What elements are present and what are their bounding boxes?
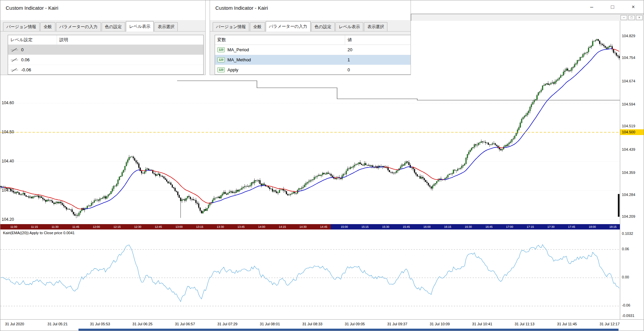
ma-line-up — [377, 167, 384, 167]
time-label-18: 15:30 — [382, 225, 389, 228]
time-label-28: 18:00 — [589, 225, 596, 228]
time-label-11: 13:45 — [237, 225, 245, 228]
bottom-time-label-5: 31 Jul 07:29 — [217, 322, 237, 326]
bottom-time-axis[interactable]: 31 Jul 202031 Jul 05:2131 Jul 05:5331 Ju… — [0, 319, 644, 329]
bottom-time-label-9: 31 Jul 09:37 — [387, 322, 407, 326]
left-price-label-4: 104.20 — [2, 217, 14, 222]
bottom-time-label-1: 31 Jul 05:21 — [48, 322, 68, 326]
dialog-right-tab-1[interactable]: 全般 — [250, 22, 265, 31]
price-axis-label-2: 104.674 — [622, 79, 635, 83]
ma-line-up — [146, 170, 152, 171]
dialog-left-tab-0[interactable]: バージョン情報 — [3, 22, 40, 31]
integer-parameter-icon: 123 — [217, 47, 225, 52]
bottom-time-label-7: 31 Jul 08:33 — [302, 322, 322, 326]
dialog-right-tab-5[interactable]: 表示選択 — [364, 22, 387, 31]
indicator-axis-label-4: -0.0931 — [622, 314, 634, 318]
level-table: レベル設定 説明 00.06-0.06 — [8, 35, 204, 75]
ma-line-down — [151, 170, 211, 203]
kairi-chart-canvas[interactable] — [0, 229, 620, 319]
indicator-axis-label-0: 0.1032 — [622, 231, 633, 236]
level-line-icon — [10, 48, 18, 52]
dialog-left-tab-1[interactable]: 全般 — [40, 22, 55, 31]
time-label-0: 11:00 — [10, 225, 17, 228]
restore-button[interactable]: □ — [602, 0, 623, 14]
level-row-2[interactable]: -0.06 — [8, 65, 203, 75]
time-label-13: 14:15 — [279, 225, 286, 228]
dialog-tab-bar: バージョン情報全般パラメーターの入力色の設定レベル表示表示選択 — [210, 20, 411, 31]
bottom-time-label-8: 31 Jul 09:05 — [345, 322, 365, 326]
dialog-title: Custom Indicator - Kairi — [0, 0, 205, 20]
indicator-axis-label-2: 0.00 — [622, 275, 629, 279]
dialog-right-tab-2[interactable]: パラメーターの入力 — [266, 21, 311, 31]
time-label-12: 14:00 — [258, 225, 265, 228]
bottom-time-label-12: 31 Jul 11:13 — [515, 322, 534, 326]
bottom-time-label-14: 31 Jul 12:17 — [599, 322, 620, 326]
parameter-name: MA_Period — [227, 47, 249, 52]
integer-parameter-icon: 123 — [217, 57, 225, 62]
indicator-axis-label-3: -0.06 — [622, 303, 630, 307]
parameter-name: MA_Method — [227, 57, 251, 62]
time-label-22: 16:30 — [465, 225, 472, 228]
chart-minimize-icon[interactable]: – — [621, 15, 627, 20]
window-controls: – □ × — [581, 0, 644, 14]
parameter-cell: 123Apply — [215, 65, 345, 75]
bottom-scroll-bar[interactable] — [78, 329, 619, 331]
header-level[interactable]: レベル設定 — [8, 35, 57, 45]
dialog-parameters: Custom Indicator - Kairi バージョン情報全般パラメーター… — [210, 0, 411, 75]
chart-close-icon[interactable]: × — [636, 15, 643, 20]
header-variable[interactable]: 変数 — [215, 35, 345, 45]
parameter-row-1[interactable]: 123MA_Method1 — [215, 55, 411, 65]
level-line-icon — [10, 58, 18, 62]
dialog-right-tab-0[interactable]: バージョン情報 — [213, 22, 249, 31]
ma-line-down — [140, 170, 146, 171]
parameter-name: Apply — [227, 67, 238, 72]
time-label-21: 16:15 — [444, 225, 451, 228]
ma-line-up — [211, 186, 266, 203]
price-axis-label-7: 104.284 — [622, 193, 635, 197]
time-label-17: 15:15 — [362, 225, 369, 228]
level-cell: -0.06 — [8, 65, 57, 75]
time-label-3: 11:45 — [72, 225, 79, 228]
price-axis-label-5: 104.439 — [622, 147, 635, 151]
time-label-7: 12:45 — [155, 225, 162, 228]
parameter-row-2[interactable]: 123Apply0 — [215, 65, 411, 75]
bottom-time-label-4: 31 Jul 06:57 — [175, 322, 195, 326]
level-cell: 0 — [8, 45, 57, 55]
time-scale-bar[interactable]: 11:0011:1511:3011:4512:0012:1512:3012:45… — [0, 224, 620, 229]
level-description — [57, 65, 203, 75]
header-description[interactable]: 説明 — [57, 35, 203, 45]
close-button[interactable]: × — [623, 0, 644, 14]
parameter-cell: 123MA_Period — [215, 45, 345, 55]
header-value[interactable]: 値 — [345, 35, 411, 45]
integer-parameter-icon: 123 — [217, 67, 225, 72]
level-line-icon — [10, 68, 18, 72]
chart-window-titlebar[interactable]: – □ × — [411, 14, 644, 21]
time-label-19: 15:45 — [403, 225, 410, 228]
bottom-time-label-10: 31 Jul 10:09 — [430, 322, 450, 326]
chart-restore-icon[interactable]: □ — [628, 15, 635, 20]
time-label-10: 13:30 — [217, 225, 224, 228]
dialog-right-tab-4[interactable]: レベル表示 — [335, 22, 363, 31]
level-row-1[interactable]: 0.06 — [8, 55, 203, 65]
left-price-label-3: 104.30 — [2, 188, 14, 193]
dialog-right-tab-3[interactable]: 色の設定 — [311, 22, 335, 31]
time-label-20: 16:00 — [423, 225, 430, 228]
indicator-name-label: Kairi(EMA((20)) Apply to Close price 0.0… — [3, 231, 74, 235]
bottom-time-label-3: 31 Jul 06:25 — [132, 322, 153, 326]
kairi-indicator-panel[interactable]: Kairi(EMA((20)) Apply to Close price 0.0… — [0, 229, 620, 319]
parameter-cell: 123MA_Method — [215, 55, 345, 65]
minimize-button[interactable]: – — [581, 0, 602, 14]
dialog-left-tab-5[interactable]: 表示選択 — [154, 22, 178, 31]
dialog-left-tab-3[interactable]: 色の設定 — [102, 22, 125, 31]
dialog-left-tab-4[interactable]: レベル表示 — [126, 21, 154, 31]
indicator-axis-label-1: 0.06 — [622, 247, 629, 251]
level-table-header: レベル設定 説明 — [8, 35, 203, 45]
price-axis[interactable]: 104.829104.754104.674104.594104.519104.4… — [620, 21, 644, 319]
time-label-2: 11:30 — [52, 225, 59, 228]
level-value: 0.06 — [21, 57, 30, 62]
price-range-marker — [618, 194, 620, 217]
dialog-left-tab-2[interactable]: パラメーターの入力 — [56, 22, 101, 31]
parameter-row-0[interactable]: 123MA_Period20 — [215, 45, 411, 55]
dialog-tab-bar: バージョン情報全般パラメーターの入力色の設定レベル表示表示選択 — [0, 20, 205, 31]
level-row-0[interactable]: 0 — [8, 45, 203, 55]
